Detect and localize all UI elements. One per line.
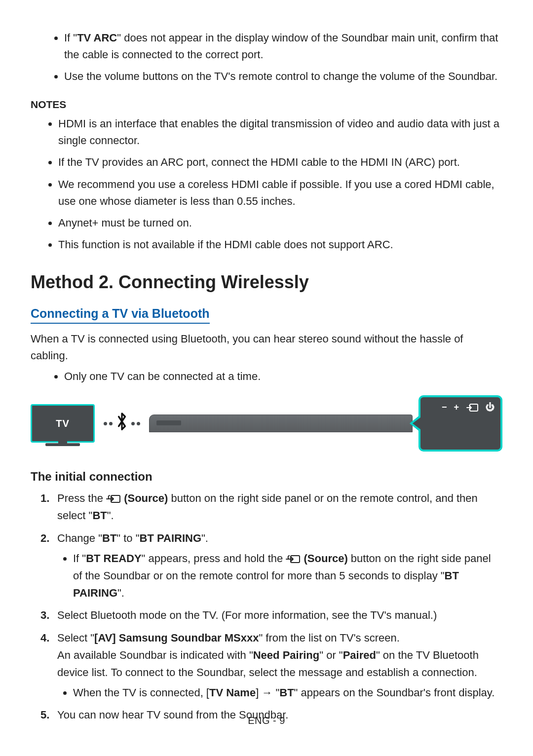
- step-4: 4. Select "[AV] Samsung Soundbar MSxxx" …: [40, 629, 502, 702]
- signal-dots: [131, 422, 140, 425]
- text: Select ": [57, 632, 94, 644]
- text: Press the: [57, 492, 106, 504]
- volume-up-icon: +: [454, 402, 459, 413]
- text: If ": [64, 32, 77, 44]
- text: If ": [73, 552, 86, 565]
- text: ".: [107, 509, 114, 522]
- soundbar-graphic-wrap: − + ⏻: [149, 395, 502, 452]
- bold-text: BT: [102, 532, 116, 544]
- notes-heading: NOTES: [31, 99, 502, 111]
- sub-list-item: If "BT READY" appears, press and hold th…: [73, 550, 502, 602]
- tv-label: TV: [56, 418, 70, 429]
- bold-text: (Source): [121, 492, 168, 504]
- source-icon: [466, 403, 479, 413]
- bold-text: TV Name: [209, 686, 256, 699]
- bold-text: [AV] Samsung Soundbar MSxxx: [94, 632, 259, 644]
- list-item: If "TV ARC" does not appear in the displ…: [64, 30, 502, 63]
- bold-text: BT: [92, 509, 107, 522]
- text: ] → ": [256, 686, 279, 699]
- text: " from the list on TV's screen.: [259, 632, 399, 644]
- text: " to ": [116, 532, 139, 544]
- step-number: 4.: [40, 629, 49, 646]
- source-icon: [286, 554, 301, 564]
- tv-graphic: TV: [31, 404, 95, 443]
- step-number: 3.: [40, 606, 49, 624]
- text: Use the volume buttons on the TV's remot…: [64, 70, 497, 82]
- text: " does not appear in the display window …: [64, 32, 498, 61]
- list-item: HDMI is an interface that enables the di…: [58, 115, 502, 149]
- control-panel-callout: − + ⏻: [419, 395, 502, 452]
- step-3: 3. Select Bluetooth mode on the TV. (For…: [40, 606, 502, 624]
- power-icon: ⏻: [486, 402, 495, 413]
- volume-down-icon: −: [442, 402, 447, 413]
- list-item: Use the volume buttons on the TV's remot…: [64, 68, 502, 85]
- bold-text: BT READY: [86, 552, 141, 565]
- list-item: This function is not available if the HD…: [58, 236, 502, 253]
- bold-text: TV ARC: [77, 32, 117, 44]
- notes-list: HDMI is an interface that enables the di…: [45, 115, 502, 253]
- method-heading: Method 2. Connecting Wirelessly: [31, 272, 502, 293]
- text: Change ": [57, 532, 102, 544]
- step-number: 2.: [40, 529, 49, 547]
- step-1: 1. Press the (Source) button on the righ…: [40, 490, 502, 524]
- list-item: Only one TV can be connected at a time.: [64, 368, 502, 385]
- bold-text: BT PAIRING: [140, 532, 201, 544]
- page-footer: ENG - 9: [0, 715, 533, 726]
- bluetooth-icon: [115, 412, 128, 436]
- step-number: 1.: [40, 490, 49, 507]
- text: When the TV is connected, [: [73, 686, 209, 699]
- bold-text: Need Pairing: [253, 649, 319, 661]
- intro-bullet-list: If "TV ARC" does not appear in the displ…: [51, 30, 502, 85]
- tv-stand-graphic: [45, 443, 80, 446]
- sub-list-item: When the TV is connected, [TV Name] → "B…: [73, 684, 502, 701]
- bluetooth-signal-graphic: [104, 412, 140, 436]
- source-icon: [106, 494, 121, 504]
- bt-paragraph: When a TV is connected using Bluetooth, …: [31, 331, 502, 364]
- bold-text: Paired: [343, 649, 376, 661]
- text: Select Bluetooth mode on the TV. (For mo…: [57, 609, 437, 621]
- text: An available Soundbar is indicated with …: [57, 649, 253, 661]
- bold-text: (Source): [301, 552, 347, 565]
- text: " or ": [319, 649, 343, 661]
- text: ".: [117, 587, 124, 599]
- text: ".: [201, 532, 208, 544]
- text: " appears on the Soundbar's front displa…: [294, 686, 495, 699]
- steps-list: 1. Press the (Source) button on the righ…: [40, 490, 502, 723]
- signal-dots: [104, 422, 113, 425]
- initial-connection-heading: The initial connection: [31, 470, 502, 484]
- list-item: If the TV provides an ARC port, connect …: [58, 154, 502, 171]
- bluetooth-heading: Connecting a TV via Bluetooth: [31, 306, 210, 324]
- bt-note-list: Only one TV can be connected at a time.: [51, 368, 502, 385]
- control-row: − + ⏻: [426, 402, 495, 413]
- callout-pointer: [410, 415, 420, 432]
- list-item: We recommend you use a coreless HDMI cab…: [58, 176, 502, 210]
- soundbar-graphic: [149, 415, 413, 432]
- list-item: Anynet+ must be turned on.: [58, 215, 502, 231]
- connection-diagram: TV − + ⏻: [31, 394, 502, 453]
- step-2: 2. Change "BT" to "BT PAIRING". If "BT R…: [40, 529, 502, 602]
- bold-text: BT: [279, 686, 294, 699]
- text: " appears, press and hold the: [142, 552, 286, 565]
